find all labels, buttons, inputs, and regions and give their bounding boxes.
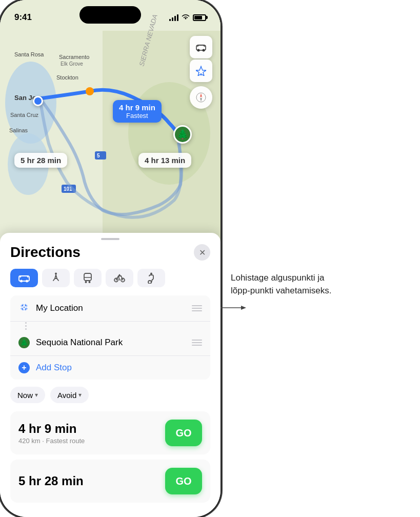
map-button-group [190, 36, 212, 82]
battery-icon [193, 14, 206, 21]
route-1-detail: 420 km · Fastest route [18, 437, 85, 445]
origin-icon [18, 303, 30, 314]
option-buttons: Now ▾ Avoid ▾ [10, 387, 210, 403]
svg-rect-26 [84, 273, 91, 281]
svg-point-19 [197, 49, 200, 52]
chevron-down-icon: ▾ [35, 391, 38, 399]
time-option-button[interactable]: Now ▾ [10, 387, 45, 403]
map-area[interactable]: SIERRA NEVADA Sacramento Elk Grove Santa… [0, 0, 221, 246]
location-button[interactable] [190, 59, 212, 82]
svg-text:Santa Rosa: Santa Rosa [14, 51, 44, 57]
svg-point-20 [203, 49, 205, 52]
destination-pin[interactable]: 🌲 [173, 125, 192, 144]
sheet-handle [101, 238, 119, 240]
svg-text:5: 5 [97, 153, 100, 158]
origin-drag-handle[interactable] [192, 305, 202, 311]
wifi-icon [182, 13, 190, 22]
signal-icon [169, 14, 178, 21]
compass-button[interactable] [190, 86, 212, 109]
route-card-1-info: 4 hr 9 min 420 km · Fastest route [18, 422, 85, 445]
svg-point-35 [150, 273, 152, 275]
route-1-time: 4 hr 9 min [18, 422, 85, 436]
svg-point-17 [86, 87, 94, 95]
route-card-2-info: 5 hr 28 min [18, 474, 84, 488]
svg-marker-39 [241, 306, 246, 310]
svg-point-24 [26, 280, 28, 283]
tab-transit[interactable] [74, 269, 102, 287]
annotation-text: Lohistage alguspunkti ja lõpp-punkti vah… [231, 271, 333, 297]
svg-text:Elk Grove: Elk Grove [61, 61, 83, 67]
svg-point-37 [21, 304, 28, 311]
destination-icon: 🌲 [18, 337, 30, 348]
destination-label: Sequoia National Park [36, 337, 186, 348]
add-stop-label: Add Stop [36, 363, 72, 373]
tab-walk[interactable] [42, 269, 70, 287]
svg-text:Salinas: Salinas [9, 127, 28, 133]
add-stop-row[interactable]: + Add Stop [10, 356, 210, 380]
destination-item[interactable]: 🌲 Sequoia National Park [10, 330, 210, 356]
svg-text:Stockton: Stockton [56, 74, 78, 81]
tab-cycle[interactable] [106, 269, 133, 287]
tab-drive[interactable] [10, 269, 38, 287]
annotation-area: Lohistage alguspunkti ja lõpp-punkti vah… [221, 0, 420, 517]
go-button-1[interactable]: GO [165, 420, 202, 446]
svg-text:Santa Cruz: Santa Cruz [10, 112, 39, 118]
svg-point-23 [20, 280, 23, 283]
route-2-time: 5 hr 28 min [18, 474, 84, 488]
sheet-title: Directions [10, 244, 81, 261]
origin-label: My Location [36, 303, 186, 313]
add-stop-icon: + [18, 362, 30, 373]
route-card-2[interactable]: 5 hr 28 min GO [10, 460, 210, 503]
svg-point-34 [119, 274, 121, 276]
avoid-option-button[interactable]: Avoid ▾ [50, 387, 89, 403]
status-time: 9:41 [14, 12, 32, 23]
directions-sheet: Directions ✕ [0, 233, 221, 517]
route-label-alt1[interactable]: 5 hr 28 min [14, 153, 67, 168]
sheet-header: Directions ✕ [10, 244, 210, 261]
status-icons [169, 13, 206, 22]
dynamic-island [79, 6, 141, 24]
route-waypoints: My Location 🌲 Sequoia Na [10, 295, 210, 380]
tab-accessibility[interactable] [137, 269, 165, 287]
origin-item[interactable]: My Location [10, 295, 210, 322]
svg-point-36 [148, 281, 151, 284]
destination-drag-handle[interactable] [192, 340, 202, 346]
chevron-down-icon-2: ▾ [78, 391, 82, 399]
transport-tabs [10, 269, 210, 287]
route-card-1[interactable]: 4 hr 9 min 420 km · Fastest route GO [10, 411, 210, 454]
phone-frame: 9:41 [0, 0, 221, 517]
go-button-2[interactable]: GO [165, 468, 202, 494]
svg-text:Sacramento: Sacramento [59, 54, 89, 60]
route-label-fastest[interactable]: 4 hr 9 min Fastest [113, 100, 162, 123]
route-label-alt2[interactable]: 4 hr 13 min [138, 153, 191, 168]
close-button[interactable]: ✕ [194, 244, 210, 261]
svg-point-25 [55, 273, 57, 275]
origin-dot [33, 96, 43, 106]
drive-mode-button[interactable] [190, 36, 212, 58]
